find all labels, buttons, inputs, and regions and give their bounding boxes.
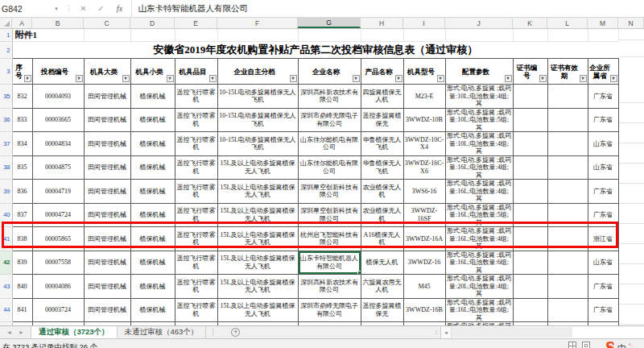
- cell-company[interactable]: 杭州启飞智能科技有限公司: [298, 227, 361, 251]
- page-layout-view-icon[interactable]: [582, 342, 590, 348]
- column-header-g-selected[interactable]: G: [298, 18, 361, 28]
- cell-province[interactable]: 浙江省: [588, 227, 618, 251]
- cell-item[interactable]: 遥控飞行喷雾机: [175, 155, 217, 180]
- cell-model[interactable]: 3WWDZ-16A: [403, 227, 445, 251]
- column-header-i[interactable]: I: [403, 18, 445, 28]
- cell-subcategory[interactable]: 植保机械: [130, 227, 175, 251]
- cell-tier[interactable]: 15L及以上电动多旋翼植保无人飞机: [217, 298, 298, 322]
- empty-cell[interactable]: [547, 29, 588, 42]
- cell-company[interactable]: 深圳星空创新科技有限公司: [298, 180, 361, 204]
- cell-docket[interactable]: 00004875: [32, 155, 84, 180]
- cell-province[interactable]: 山东省: [588, 251, 618, 275]
- cell-model[interactable]: 3WWDZ-10C-X4: [403, 132, 445, 156]
- header-config[interactable]: 配置参数▾: [445, 59, 513, 85]
- empty-cell[interactable]: [130, 29, 175, 42]
- cell-seq[interactable]: 835: [12, 155, 32, 180]
- cell-province[interactable]: 广东省: [588, 85, 618, 109]
- tab-passed-review[interactable]: 通过审核（3723个）: [31, 326, 118, 338]
- cell-cert-valid[interactable]: [547, 251, 588, 275]
- cell-config[interactable]: 形式:电动,多旋翼 ;载药量:16L;电池数量:6组;其: [445, 298, 513, 322]
- column-header-h[interactable]: H: [361, 18, 403, 28]
- column-header-n[interactable]: N: [618, 18, 644, 28]
- cell-model[interactable]: 3WWDZ-16: [403, 251, 445, 275]
- empty-cell[interactable]: [361, 29, 403, 42]
- cell-product[interactable]: 四旋翼植保无人机: [361, 85, 403, 109]
- filter-icon[interactable]: ▾: [290, 75, 297, 82]
- filter-icon[interactable]: ▾: [76, 75, 83, 82]
- cell-cert-no[interactable]: [513, 298, 547, 322]
- cell-subcategory[interactable]: 植保机械: [130, 275, 175, 299]
- cell-category[interactable]: 田间管理机械: [84, 155, 130, 180]
- ime-mode-indicator[interactable]: 中: [617, 342, 626, 348]
- attachment-cell[interactable]: 附件1: [12, 29, 84, 42]
- cell-docket[interactable]: 00005865: [32, 227, 84, 251]
- cell-model[interactable]: 3WWDZ-16SF: [403, 203, 445, 227]
- column-header-e[interactable]: E: [175, 18, 217, 28]
- tab-scroll-left-icon[interactable]: ◄: [6, 329, 12, 335]
- cell-config[interactable]: 形式:电动,多旋翼 ;载药量:16L;电池数量:4组;其: [445, 227, 513, 251]
- empty-cell[interactable]: [588, 29, 618, 42]
- filter-icon[interactable]: ▾: [505, 75, 512, 82]
- filter-icon[interactable]: ▾: [580, 75, 587, 82]
- cell-cert-no[interactable]: [513, 85, 547, 109]
- cell-docket[interactable]: 00003724: [32, 298, 84, 322]
- cell-docket[interactable]: 00003665: [32, 108, 84, 132]
- header-docket[interactable]: 投档编号▾: [32, 59, 84, 85]
- row-number[interactable]: 2: [0, 42, 12, 59]
- horizontal-scrollbar[interactable]: [451, 326, 644, 338]
- cell-config[interactable]: 形式:电动,多旋翼 ;载药量:16L;电池数量:5组;其: [445, 203, 513, 227]
- empty-cell[interactable]: [513, 29, 547, 42]
- cell-cert-no[interactable]: [513, 251, 547, 275]
- cell-product[interactable]: 遥控多旋翼植保无: [361, 298, 403, 322]
- cell-product[interactable]: 农业植保无人机: [361, 203, 403, 227]
- ime-toolbar[interactable]: S 中 °·: [605, 339, 634, 348]
- cell-tier[interactable]: 15L及以上电动多旋翼植保无人飞机: [217, 275, 298, 299]
- cell-company[interactable]: 深圳高科新农技术有限公司: [298, 275, 361, 299]
- column-header-a[interactable]: A: [12, 18, 32, 28]
- row-number[interactable]: 38: [0, 155, 12, 180]
- cell-seq[interactable]: 837: [12, 203, 32, 227]
- filter-icon[interactable]: ▾: [437, 75, 444, 82]
- cell-province[interactable]: 广东省: [588, 203, 618, 227]
- cell-tier[interactable]: 15L及以上电动多旋翼植保无人飞机: [217, 203, 298, 227]
- filter-icon[interactable]: ▾: [24, 75, 31, 82]
- cell-seq[interactable]: 832: [12, 85, 32, 109]
- header-cert-valid[interactable]: 证书有效期▾: [547, 59, 588, 85]
- cell-category[interactable]: 田间管理机械: [84, 180, 130, 204]
- cell-subcategory[interactable]: 植保机械: [130, 298, 175, 322]
- filter-icon[interactable]: ▾: [353, 75, 360, 82]
- cell-cert-valid[interactable]: [547, 180, 588, 204]
- header-cert-no[interactable]: 证书编号▾: [513, 59, 547, 85]
- cell-subcategory[interactable]: 植保机械: [130, 180, 175, 204]
- cell-item[interactable]: 遥控飞行喷雾机: [175, 203, 217, 227]
- cell-docket[interactable]: 00004719: [32, 180, 84, 204]
- cell-company[interactable]: 深圳市鼎峰无限电子有限公司: [298, 108, 361, 132]
- sogou-logo-icon[interactable]: S: [605, 339, 615, 348]
- cell-category[interactable]: 田间管理机械: [84, 85, 130, 109]
- cell-category[interactable]: 田间管理机械: [84, 108, 130, 132]
- row-number[interactable]: 43: [0, 275, 12, 299]
- row-number[interactable]: 40: [0, 203, 12, 227]
- scroll-left-icon[interactable]: ◄: [440, 326, 451, 338]
- tab-scroll-right-icon[interactable]: ►: [19, 329, 24, 335]
- cell-province[interactable]: 广东省: [588, 275, 618, 299]
- cell-tier[interactable]: 15L及以上电动多旋翼植保无人飞机: [217, 155, 298, 180]
- header-tier[interactable]: 企业自主分档▾: [217, 59, 298, 85]
- filter-icon[interactable]: ▾: [209, 75, 217, 82]
- cell-subcategory[interactable]: 植保机械: [130, 251, 175, 275]
- select-all-corner[interactable]: [0, 18, 12, 28]
- cell-company[interactable]: 深圳星空创新科技有限公司: [298, 203, 361, 227]
- cell-item[interactable]: 遥控飞行喷雾机: [175, 108, 217, 132]
- cell-item[interactable]: 遥控飞行喷雾机: [175, 251, 217, 275]
- cell-category[interactable]: 田间管理机械: [84, 203, 130, 227]
- filter-icon[interactable]: ▾: [122, 75, 130, 82]
- cell-category[interactable]: 田间管理机械: [84, 227, 130, 251]
- cell-seq[interactable]: 834: [12, 132, 32, 156]
- row-number[interactable]: 36: [0, 108, 12, 132]
- row-number[interactable]: 35: [0, 85, 12, 109]
- cell-product[interactable]: A16植保无人机: [361, 227, 403, 251]
- cell-item[interactable]: 遥控飞行喷雾机: [175, 227, 217, 251]
- header-item[interactable]: 机具品目▾: [175, 59, 217, 85]
- cell-cert-no[interactable]: [513, 108, 547, 132]
- column-header-l[interactable]: L: [547, 18, 588, 28]
